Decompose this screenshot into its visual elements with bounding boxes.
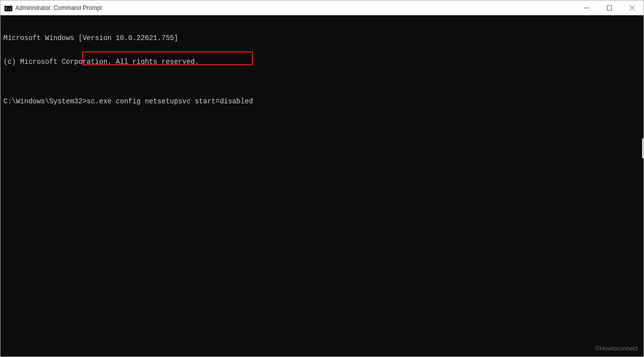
svg-text:C:\: C:\ <box>5 7 12 11</box>
close-button[interactable] <box>621 0 644 15</box>
window-title: Administrator: Command Prompt <box>15 4 102 11</box>
maximize-button[interactable] <box>598 0 621 15</box>
svg-rect-1 <box>4 4 12 6</box>
scrollbar-thumb[interactable] <box>642 138 644 158</box>
titlebar[interactable]: C:\ Administrator: Command Prompt <box>0 0 644 15</box>
watermark-text: ©Howtoconnect <box>595 345 638 353</box>
window-controls <box>575 0 644 15</box>
version-line: Microsoft Windows [Version 10.0.22621.75… <box>3 34 641 42</box>
prompt-path: C:\Windows\System32> <box>3 97 87 105</box>
copyright-line: (c) Microsoft Corporation. All rights re… <box>3 58 641 66</box>
prompt-line: C:\Windows\System32>sc.exe config netset… <box>3 97 641 105</box>
cmd-icon: C:\ <box>4 4 12 11</box>
entered-command: sc.exe config netsetupsvc start=disabled <box>87 97 253 105</box>
minimize-button[interactable] <box>575 0 598 15</box>
command-prompt-window: C:\ Administrator: Command Prompt Micros… <box>0 0 644 357</box>
terminal-output[interactable]: Microsoft Windows [Version 10.0.22621.75… <box>0 15 644 357</box>
svg-rect-4 <box>607 6 612 10</box>
